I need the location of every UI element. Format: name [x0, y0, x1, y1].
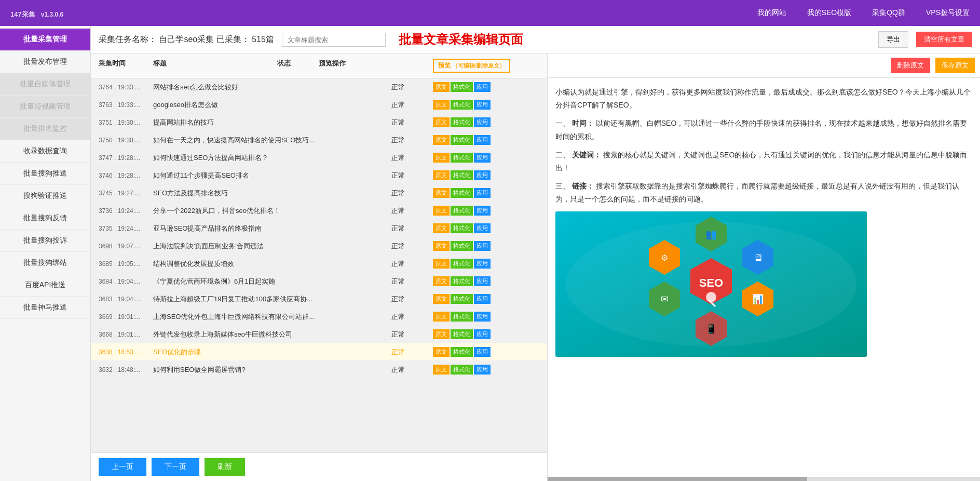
table-row[interactable]: 3683 . 19:04:... 特斯拉上海超级工厂19日复工推动100多家供应…	[91, 290, 547, 308]
tag-original-button[interactable]: 原文	[433, 135, 450, 145]
tag-format-button[interactable]: 格式化	[451, 82, 473, 92]
table-row[interactable]: 3751 . 19:30:... 提高网站排名的技巧 正常 原文 格式化 应用	[91, 114, 547, 131]
tag-apply-button[interactable]: 应用	[474, 294, 491, 304]
tag-original-button[interactable]: 原文	[433, 223, 450, 233]
tag-apply-button[interactable]: 应用	[474, 276, 491, 286]
tag-apply-button[interactable]: 应用	[474, 100, 491, 110]
tag-apply-button[interactable]: 应用	[474, 347, 491, 357]
tag-original-button[interactable]: 原文	[433, 241, 450, 251]
tag-apply-button[interactable]: 应用	[474, 329, 491, 339]
tag-apply-button[interactable]: 应用	[474, 223, 491, 233]
table-row[interactable]: 3684 . 19:04:... 《宁夏优化营商环境条例》6月1日起实施 正常 …	[91, 273, 547, 290]
table-row[interactable]: 3735 . 19:24:... 亚马逊SEO提高产品排名的终极指南 正常 原文…	[91, 220, 547, 237]
sidebar-item-publish[interactable]: 批量发布管理	[0, 51, 90, 73]
table-row[interactable]: 3669 . 19:01:... 上海SEO优化外包上海牛巨微网络科技有限公司站…	[91, 308, 547, 326]
cell-action: 原文 格式化 应用	[433, 82, 547, 92]
tag-format-button[interactable]: 格式化	[451, 294, 473, 304]
table-row[interactable]: 3638 . 18:53:... SEO优化的步骤 正常 原文 格式化 应用	[91, 343, 547, 361]
export-button[interactable]: 导出	[878, 31, 908, 48]
tag-format-button[interactable]: 格式化	[451, 329, 473, 339]
tag-format-button[interactable]: 格式化	[451, 117, 473, 127]
tag-original-button[interactable]: 原文	[433, 347, 450, 357]
tag-original-button[interactable]: 原文	[433, 153, 450, 163]
tag-original-button[interactable]: 原文	[433, 329, 450, 339]
tag-original-button[interactable]: 原文	[433, 312, 450, 322]
nav-qq-group[interactable]: 采集QQ群	[872, 8, 905, 18]
sidebar-item-sogou-bind[interactable]: 批量搜狗绑站	[0, 252, 90, 274]
sidebar-item-media[interactable]: 批量自媒体管理	[0, 73, 90, 96]
tag-format-button[interactable]: 格式化	[451, 347, 473, 357]
tag-original-button[interactable]: 原文	[433, 276, 450, 286]
tag-format-button[interactable]: 格式化	[451, 223, 473, 233]
sidebar-item-record[interactable]: 收录数据查询	[0, 140, 90, 163]
tag-format-button[interactable]: 格式化	[451, 206, 473, 216]
search-input[interactable]	[282, 33, 386, 47]
sidebar-item-baidu-api[interactable]: 百度API推送	[0, 274, 90, 297]
tag-format-button[interactable]: 格式化	[451, 188, 473, 198]
cell-time: 3746 . 19:28:...	[91, 172, 153, 179]
tag-original-button[interactable]: 原文	[433, 206, 450, 216]
sidebar-item-rank[interactable]: 批量排名监控	[0, 118, 90, 140]
preview-header-box[interactable]: 预览 （可编辑/删除原文）	[433, 59, 510, 73]
tag-original-button[interactable]: 原文	[433, 188, 450, 198]
prev-button[interactable]: 上一页	[99, 458, 146, 476]
tag-format-button[interactable]: 格式化	[451, 241, 473, 251]
tag-apply-button[interactable]: 应用	[474, 153, 491, 163]
tag-original-button[interactable]: 原文	[433, 117, 450, 127]
tag-original-button[interactable]: 原文	[433, 365, 450, 375]
tag-original-button[interactable]: 原文	[433, 170, 450, 180]
sidebar-item-sogou-feedback[interactable]: 批量搜狗反馈	[0, 207, 90, 230]
table-row[interactable]: 3736 . 19:24:... 分享一个2022新风口，抖音seo优化排名！ …	[91, 202, 547, 220]
refresh-button[interactable]: 刷新	[205, 458, 245, 476]
preview-scrollbar[interactable]	[548, 477, 980, 481]
tag-apply-button[interactable]: 应用	[474, 135, 491, 145]
table-row[interactable]: 3747 . 19:28:... 如何快速通过SEO方法提高网站排名？ 正常 原…	[91, 149, 547, 167]
table-row[interactable]: 3698 . 19:07:... 上海法院判决'负面压制业务'合同违法 正常 原…	[91, 237, 547, 255]
tag-format-button[interactable]: 格式化	[451, 135, 473, 145]
tag-apply-button[interactable]: 应用	[474, 206, 491, 216]
sidebar-item-collect[interactable]: 批量采集管理	[0, 29, 90, 51]
sidebar-item-sogou-push[interactable]: 批量搜狗推送	[0, 163, 90, 185]
tag-apply-button[interactable]: 应用	[474, 188, 491, 198]
tag-format-button[interactable]: 格式化	[451, 276, 473, 286]
tag-apply-button[interactable]: 应用	[474, 82, 491, 92]
clear-all-button[interactable]: 清空所有文章	[916, 32, 972, 47]
tag-format-button[interactable]: 格式化	[451, 312, 473, 322]
save-original-button[interactable]: 保存原文	[935, 58, 975, 73]
table-row[interactable]: 3668 . 19:01:... 外链代发包收录上海新媒体seo牛巨微科技公司 …	[91, 326, 547, 343]
table-row[interactable]: 3764 . 19:33:... 网站排名seo怎么做会比较好 正常 原文 格式…	[91, 78, 547, 96]
tag-apply-button[interactable]: 应用	[474, 312, 491, 322]
nav-my-site[interactable]: 我的网站	[757, 8, 786, 18]
sidebar-item-label: 批量神马推送	[23, 303, 67, 311]
sidebar-item-sogou-complaint[interactable]: 批量搜狗投诉	[0, 230, 90, 252]
table-row[interactable]: 3750 . 19:30:... 如何在一天之内，快速提高网站排名的使用SEO技…	[91, 131, 547, 149]
tag-format-button[interactable]: 格式化	[451, 100, 473, 110]
sidebar-item-video[interactable]: 批量短视频管理	[0, 96, 90, 118]
tag-apply-button[interactable]: 应用	[474, 117, 491, 127]
cell-status: 正常	[391, 242, 433, 251]
sidebar-item-sogou-verify[interactable]: 搜狗验证推送	[0, 185, 90, 207]
table-row[interactable]: 3746 . 19:28:... 如何通过11个步骤提高SEO排名 正常 原文 …	[91, 167, 547, 184]
table-row[interactable]: 3632 . 18:48:... 如何利用SEO做全网霸屏营销? 正常 原文 格…	[91, 361, 547, 379]
nav-my-seo[interactable]: 我的SEO模版	[807, 8, 852, 18]
sidebar-item-shenma[interactable]: 批量神马推送	[0, 297, 90, 319]
tag-original-button[interactable]: 原文	[433, 100, 450, 110]
table-row[interactable]: 3763 . 19:33:... googleseo排名怎么做 正常 原文 格式…	[91, 96, 547, 114]
tag-original-button[interactable]: 原文	[433, 259, 450, 269]
tag-apply-button[interactable]: 应用	[474, 241, 491, 251]
next-button[interactable]: 下一页	[152, 458, 199, 476]
tag-format-button[interactable]: 格式化	[451, 259, 473, 269]
tag-format-button[interactable]: 格式化	[451, 365, 473, 375]
tag-original-button[interactable]: 原文	[433, 82, 450, 92]
tag-format-button[interactable]: 格式化	[451, 153, 473, 163]
table-row[interactable]: 3685 . 19:05:... 结构调整优化发展提质增效 正常 原文 格式化 …	[91, 255, 547, 273]
tag-format-button[interactable]: 格式化	[451, 170, 473, 180]
nav-vps-setting[interactable]: VPS拨号设置	[926, 8, 970, 18]
tag-apply-button[interactable]: 应用	[474, 259, 491, 269]
delete-original-button[interactable]: 删除原文	[891, 58, 930, 73]
tag-original-button[interactable]: 原文	[433, 294, 450, 304]
table-row[interactable]: 3745 . 19:27:... SEO方法及提高排名技巧 正常 原文 格式化 …	[91, 184, 547, 202]
tag-apply-button[interactable]: 应用	[474, 170, 491, 180]
cell-status: 正常	[391, 171, 433, 180]
tag-apply-button[interactable]: 应用	[474, 365, 491, 375]
